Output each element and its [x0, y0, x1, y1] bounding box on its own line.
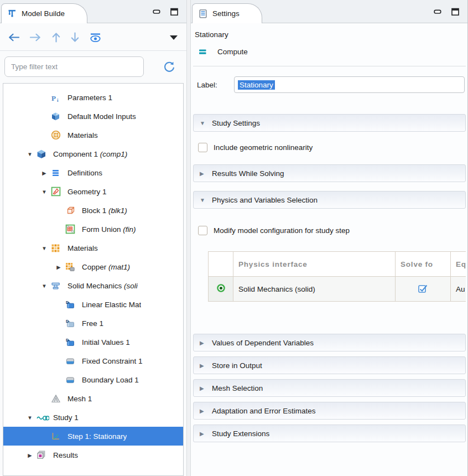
label-row: Label: Stationary — [197, 76, 465, 93]
up-icon[interactable] — [51, 32, 61, 43]
maximize-icon[interactable] — [451, 8, 460, 16]
tree-item-label: Parameters 1 — [67, 94, 112, 102]
show-icon[interactable] — [89, 33, 103, 43]
window-buttons — [434, 8, 467, 23]
section-adaptation-and-error-estimates[interactable]: ▶ Adaptation and Error Estimates — [193, 402, 466, 420]
tree-item-label: Default Model Inputs — [67, 112, 136, 121]
tree-item-label: Geometry 1 — [67, 188, 107, 196]
section-values-of-dependent-variables[interactable]: ▶ Values of Dependent Variables — [193, 334, 466, 351]
tree-item-mesh-1[interactable]: Mesh 1 — [3, 389, 183, 408]
chevron-right-icon[interactable]: ▶ — [52, 264, 65, 270]
tree-item-label: Results — [53, 451, 78, 459]
tree-item-definitions[interactable]: ▶Definitions — [3, 163, 183, 182]
tree-item-boundary-load-1[interactable]: Boundary Load 1 — [3, 370, 183, 389]
forward-icon[interactable] — [29, 33, 42, 42]
toolbar-menu-icon[interactable] — [169, 34, 179, 41]
down-icon[interactable] — [70, 32, 80, 43]
section-store-in-output[interactable]: ▶ Store in Output — [193, 356, 466, 374]
modify-model-checkbox[interactable] — [198, 226, 207, 235]
tree-item-label: Linear Elastic Mat — [82, 301, 141, 309]
model-tree: PiParameters 1Default Model InputsMateri… — [3, 83, 184, 476]
tab-settings[interactable]: Settings — [192, 3, 262, 23]
section-study-extensions[interactable]: ▶ Study Extensions — [193, 425, 466, 442]
section-study-settings[interactable]: ▼ Study Settings — [193, 114, 466, 132]
refresh-icon[interactable] — [163, 61, 175, 73]
tree-item-study-1[interactable]: ▼Study 1 — [3, 408, 183, 427]
solve-for-checkbox[interactable] — [396, 277, 451, 302]
chevron-down-icon[interactable]: ▼ — [38, 283, 51, 289]
section-title: Values of Dependent Variables — [212, 339, 314, 347]
toolbar-separator — [193, 66, 466, 66]
tree-item-fixed-constraint-1[interactable]: Fixed Constraint 1 — [3, 351, 183, 370]
tree-item-label: Step 1: Stationary — [67, 432, 127, 441]
tree-item-tag: (blk1) — [108, 206, 127, 215]
form-union-icon — [65, 224, 78, 235]
comsol-window: Model Builde PiParameters 1Default Model… — [0, 0, 468, 476]
geometric-nonlinearity-checkbox[interactable] — [198, 143, 207, 152]
back-icon[interactable] — [7, 33, 20, 42]
tree-item-materials[interactable]: Materials — [3, 126, 183, 144]
physics-interfaces-table: Physics interfaceSolve foEq Solid Mechan… — [208, 251, 466, 302]
physics-interface-cell[interactable]: Solid Mechanics (solid) — [233, 277, 396, 302]
chevron-down-icon[interactable]: ▼ — [38, 245, 51, 251]
settings-body: Stationary Compute Label: Stationary ▼ S… — [191, 23, 467, 476]
section-mesh-selection[interactable]: ▶ Mesh Selection — [193, 379, 466, 397]
tree-item-materials[interactable]: ▼Materials — [3, 239, 183, 257]
enabled-radio-icon[interactable] — [209, 277, 233, 302]
maximize-icon[interactable] — [170, 8, 179, 16]
compute-button[interactable]: Compute — [198, 44, 270, 59]
modify-model-row: Modify model configuration for study ste… — [198, 222, 466, 239]
tree-item-form-union[interactable]: Form Union (fin) — [3, 220, 183, 239]
tree-item-component-1[interactable]: ▼Component 1 (comp1) — [3, 144, 183, 163]
model-builder-panel: Model Builde PiParameters 1Default Model… — [0, 0, 186, 476]
tree-item-initial-values-1[interactable]: DInitial Values 1 — [3, 333, 183, 351]
tree-item-tag: (mat1) — [108, 263, 130, 271]
settings-tabbar: Settings — [191, 0, 467, 23]
chevron-down-icon[interactable]: ▼ — [38, 189, 51, 195]
definitions-icon — [51, 167, 64, 178]
chevron-down-icon[interactable]: ▼ — [23, 415, 37, 421]
step-icon — [51, 431, 64, 442]
tree-item-free-1[interactable]: DFree 1 — [3, 314, 183, 333]
tree-item-default-model-inputs[interactable]: Default Model Inputs — [3, 107, 183, 126]
geometry-icon — [51, 186, 64, 197]
tree-item-copper[interactable]: ▶Copper (mat1) — [3, 257, 183, 276]
filter-input[interactable] — [4, 56, 144, 77]
parameters-icon: Pi — [51, 92, 64, 103]
tree-item-label: Definitions — [67, 169, 102, 177]
component-icon — [37, 148, 49, 159]
minimize-icon[interactable] — [153, 9, 161, 15]
tree-item-solid-mechanics[interactable]: ▼Solid Mechanics (soli — [3, 276, 183, 295]
chevron-right-icon: ▶ — [200, 363, 206, 369]
tree-item-step-1-stationary[interactable]: Step 1: Stationary — [3, 427, 183, 446]
label-input[interactable]: Stationary — [234, 76, 465, 93]
chevron-down-icon[interactable]: ▼ — [23, 151, 37, 157]
checkbox-label: Include geometric nonlinearity — [214, 143, 313, 152]
tree-item-results[interactable]: ▶Results — [3, 446, 183, 464]
table-header-row: Physics interfaceSolve foEq — [209, 252, 466, 277]
section-title: Study Settings — [212, 119, 260, 127]
table-header-cell: Eq — [451, 252, 466, 277]
chevron-right-icon: ▶ — [200, 340, 206, 346]
tree-item-linear-elastic-mat[interactable]: DLinear Elastic Mat — [3, 295, 183, 314]
compute-label: Compute — [217, 48, 248, 56]
minimize-icon[interactable] — [434, 9, 442, 15]
section-title: Physics and Variables Selection — [212, 196, 318, 204]
tree-item-geometry-1[interactable]: ▼Geometry 1 — [3, 182, 183, 201]
tree-item-label: Study 1 — [53, 413, 79, 422]
tree-item-parameters-1[interactable]: PiParameters 1 — [3, 88, 183, 107]
solid-mechanics-icon — [51, 280, 64, 291]
tree-item-block-1[interactable]: Block 1 (blk1) — [3, 201, 183, 220]
panel-splitter[interactable] — [186, 0, 191, 476]
equation-cell[interactable]: Au — [451, 277, 466, 302]
dfolder-blue-icon: D — [65, 299, 78, 310]
chevron-right-icon[interactable]: ▶ — [23, 452, 37, 458]
checkbox-label: Modify model configuration for study ste… — [214, 226, 350, 235]
section-physics-and-variables[interactable]: ▼ Physics and Variables Selection — [193, 191, 466, 209]
section-results-while-solving[interactable]: ▶ Results While Solving — [193, 164, 466, 182]
settings-panel: Settings Stationary Compute Label: Stati… — [191, 0, 468, 476]
chevron-right-icon[interactable]: ▶ — [38, 170, 51, 176]
table-header-cell — [209, 252, 233, 277]
tree-item-tag: (comp1) — [100, 150, 128, 158]
tab-model-builder[interactable]: Model Builde — [1, 3, 87, 23]
